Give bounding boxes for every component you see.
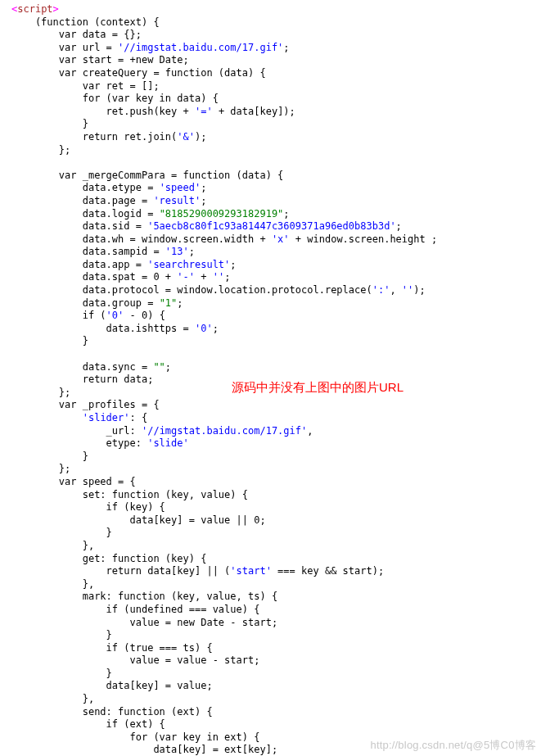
annotation-text: 源码中并没有上图中的图片URL: [232, 378, 403, 396]
watermark-text: http://blog.csdn.net/q@5博C0博客: [370, 738, 536, 753]
